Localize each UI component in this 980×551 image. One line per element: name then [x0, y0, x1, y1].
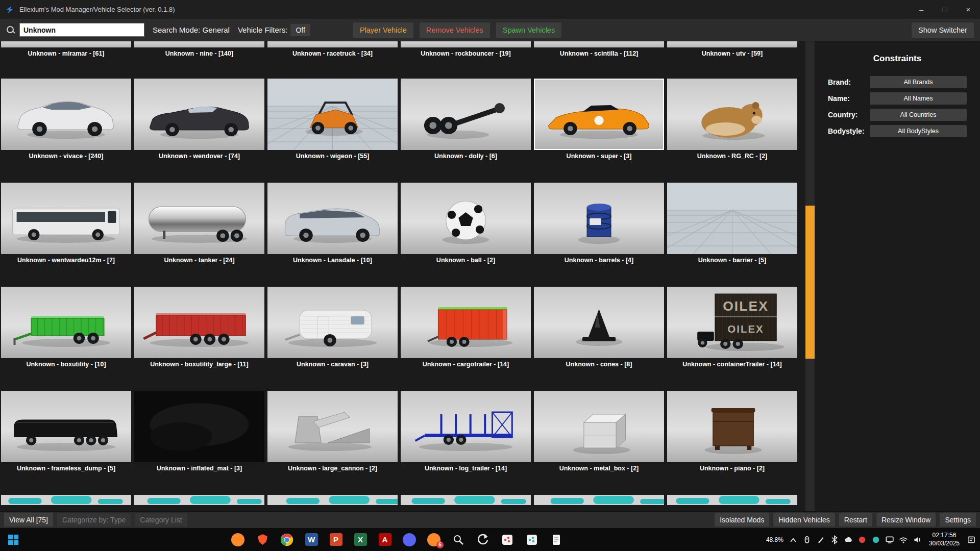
- vehicle-filters-label[interactable]: Vehicle Filters:: [238, 26, 288, 34]
- vehicle-card[interactable]: Unknown - wendover - [74]: [134, 79, 264, 160]
- vehicle-thumbnail-cropped: [134, 495, 264, 505]
- vehicle-card[interactable]: Unknown - boxutility - [10]: [1, 287, 131, 368]
- vehicle-card[interactable]: [134, 495, 264, 505]
- vehicle-card[interactable]: Unknown - utv - [59]: [667, 41, 797, 57]
- search-icon[interactable]: [451, 533, 465, 547]
- vehicle-card[interactable]: Unknown - metal_box - [2]: [534, 391, 664, 472]
- vehicle-label: Unknown - Lansdale - [10]: [267, 257, 398, 264]
- maximize-button[interactable]: □: [933, 0, 957, 19]
- vehicle-card[interactable]: Unknown - rockbouncer - [19]: [401, 41, 531, 57]
- player-vehicle-button[interactable]: Player Vehicle: [353, 22, 413, 38]
- settings-button[interactable]: Settings: [940, 513, 976, 527]
- vehicle-card[interactable]: Unknown - inflated_mat - [3]: [134, 391, 264, 472]
- vehicle-card[interactable]: [534, 495, 664, 505]
- categorize-by-type-button[interactable]: Categorize by: Type: [57, 513, 131, 527]
- start-button[interactable]: [0, 528, 27, 551]
- name-value-button[interactable]: All Names: [870, 92, 967, 105]
- view-all-button[interactable]: View All [75]: [4, 513, 53, 527]
- notification-badge: 6: [436, 541, 444, 548]
- vehicle-card[interactable]: Unknown - ball - [2]: [401, 183, 531, 264]
- excel-icon[interactable]: X: [353, 533, 368, 547]
- close-button[interactable]: ×: [957, 0, 980, 19]
- dots-red-icon[interactable]: [500, 533, 514, 547]
- vehicle-card[interactable]: Unknown - nine - [140]: [134, 41, 264, 57]
- pen-icon[interactable]: [816, 535, 825, 544]
- vehicle-card[interactable]: [267, 495, 398, 505]
- vehicle-label: Unknown - wentwardeu12m - [7]: [1, 257, 131, 264]
- red-app-icon[interactable]: [857, 535, 867, 544]
- taskbar-clock[interactable]: 02:17:56 30/03/2025: [929, 532, 960, 547]
- search-input[interactable]: [19, 23, 144, 37]
- vehicle-card[interactable]: Unknown - cones - [8]: [534, 287, 664, 368]
- speaker-icon[interactable]: [913, 535, 922, 544]
- show-switcher-button[interactable]: Show Switcher: [912, 22, 974, 38]
- word-icon[interactable]: W: [304, 533, 318, 547]
- wifi-icon[interactable]: [899, 535, 908, 544]
- chrome-icon[interactable]: [280, 533, 294, 547]
- vehicle-card[interactable]: Unknown - cargotrailer - [14]: [401, 287, 531, 368]
- vehicle-card[interactable]: [1, 495, 131, 505]
- vehicle-card[interactable]: Unknown - barrels - [4]: [534, 183, 664, 264]
- resize-window-button[interactable]: Resize Window: [876, 513, 936, 527]
- vehicle-card[interactable]: Unknown - boxutility_large - [11]: [134, 287, 264, 368]
- bodystyle-value-button[interactable]: All BodyStyles: [870, 125, 967, 137]
- monitor-icon[interactable]: [885, 535, 894, 544]
- vehicle-card[interactable]: Unknown - log_trailer - [14]: [401, 391, 531, 472]
- bluetooth-icon[interactable]: [830, 535, 839, 544]
- vehicle-thumbnail: [401, 79, 531, 150]
- vehicle-card[interactable]: Unknown - frameless_dump - [5]: [1, 391, 131, 472]
- vehicle-label: Unknown - barrels - [4]: [534, 257, 664, 264]
- vehicle-card[interactable]: Unknown - wentwardeu12m - [7]: [1, 183, 131, 264]
- isolated-mods-button[interactable]: Isolated Mods: [715, 513, 769, 527]
- vehicle-card[interactable]: Unknown - large_cannon - [2]: [267, 391, 398, 472]
- vehicle-card[interactable]: Unknown - piano - [2]: [667, 391, 797, 472]
- spawn-vehicles-button[interactable]: Spawn Vehicles: [496, 22, 561, 38]
- vehicle-card[interactable]: Unknown - barrier - [5]: [667, 183, 797, 264]
- vehicle-card[interactable]: Unknown - super - [3]: [534, 79, 664, 160]
- vehicle-card[interactable]: Unknown - scintilla - [112]: [534, 41, 664, 57]
- vehicle-card[interactable]: Unknown - wigeon - [55]: [267, 79, 398, 160]
- vehicle-card[interactable]: Unknown - vivace - [240]: [1, 79, 131, 160]
- scrollbar-track[interactable]: [805, 41, 815, 511]
- discord-icon[interactable]: [402, 533, 416, 547]
- remove-vehicles-button[interactable]: Remove Vehicles: [420, 22, 490, 38]
- vehicle-card[interactable]: Unknown - RG_RC - [2]: [667, 79, 797, 160]
- vehicle-card[interactable]: [401, 495, 531, 505]
- vehicle-label: Unknown - RG_RC - [2]: [667, 153, 797, 160]
- brave-icon[interactable]: [255, 533, 270, 547]
- vehicle-card[interactable]: Unknown - miramar - [61]: [1, 41, 131, 57]
- vehicle-card[interactable]: Unknown - caravan - [3]: [267, 287, 398, 368]
- acrobat-icon[interactable]: A: [378, 533, 392, 547]
- minimize-button[interactable]: –: [910, 0, 933, 19]
- vehicle-filters-value[interactable]: Off: [290, 24, 310, 36]
- grid-row: Unknown - vivace - [240]Unknown - wendov…: [1, 79, 799, 160]
- teal-app-icon[interactable]: [871, 535, 880, 544]
- back-arrow-icon[interactable]: [476, 533, 490, 547]
- notification-icon[interactable]: [967, 535, 976, 544]
- vehicle-card[interactable]: Unknown - Lansdale - [10]: [267, 183, 398, 264]
- firefox-badge-icon[interactable]: 6: [427, 533, 441, 547]
- vehicle-thumbnail-cropped: [534, 41, 664, 47]
- powerpoint-icon[interactable]: P: [329, 533, 343, 547]
- vehicle-card[interactable]: Unknown - racetruck - [34]: [267, 41, 398, 57]
- country-value-button[interactable]: All Countries: [870, 109, 967, 121]
- category-list-button[interactable]: Category List: [135, 513, 187, 527]
- vehicle-thumbnail: [534, 287, 664, 358]
- mouse-icon[interactable]: [802, 535, 812, 544]
- vehicle-card[interactable]: [667, 495, 797, 505]
- vehicle-card[interactable]: OILEXOILEXUnknown - containerTrailer - […: [667, 287, 797, 368]
- vehicle-card[interactable]: Unknown - tanker - [24]: [134, 183, 264, 264]
- vehicle-card[interactable]: Unknown - dolly - [6]: [401, 79, 531, 160]
- vehicle-thumbnail: [667, 79, 797, 150]
- firefox-icon[interactable]: [231, 533, 245, 547]
- hidden-vehicles-button[interactable]: Hidden Vehicles: [773, 513, 835, 527]
- brand-value-button[interactable]: All Brands: [870, 76, 967, 88]
- chevron-up-icon[interactable]: [789, 535, 798, 544]
- dots-teal-icon[interactable]: [525, 533, 539, 547]
- cloud-icon[interactable]: [844, 535, 853, 544]
- search-mode-label[interactable]: Search Mode: General: [153, 26, 230, 34]
- scrollbar-thumb[interactable]: [805, 206, 815, 358]
- restart-button[interactable]: Restart: [839, 513, 872, 527]
- notepad-icon[interactable]: [549, 533, 564, 547]
- constraints-title: Constraints: [828, 54, 967, 64]
